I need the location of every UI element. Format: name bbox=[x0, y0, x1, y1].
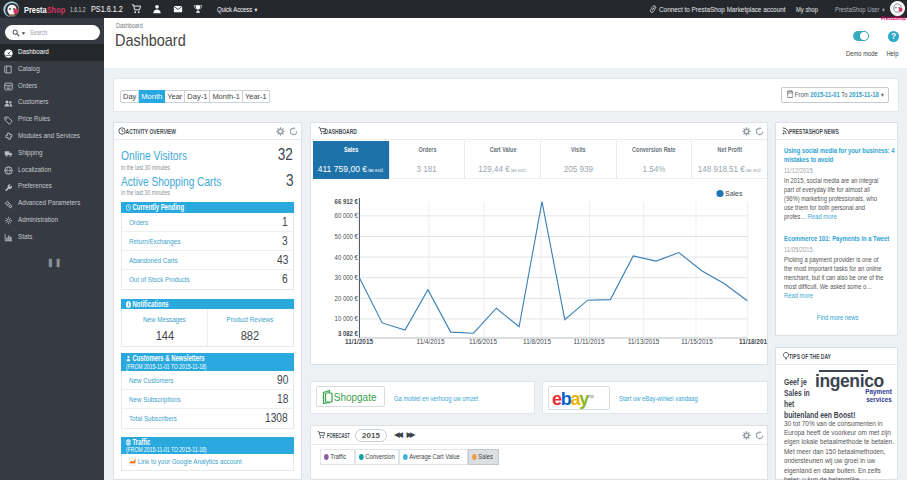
svg-text:11/8/2015: 11/8/2015 bbox=[523, 338, 551, 346]
svg-text:66 912 €: 66 912 € bbox=[335, 198, 359, 206]
svg-text:40 000 €: 40 000 € bbox=[335, 253, 359, 261]
svg-text:60 000 €: 60 000 € bbox=[335, 212, 359, 220]
svg-text:11/18/201: 11/18/201 bbox=[739, 338, 767, 346]
svg-text:3 082 €: 3 082 € bbox=[338, 329, 358, 337]
svg-text:11/11/2015: 11/11/2015 bbox=[574, 338, 605, 346]
svg-text:11/4/2015: 11/4/2015 bbox=[417, 338, 445, 346]
svg-text:11/6/2015: 11/6/2015 bbox=[469, 338, 497, 346]
svg-text:11/1/2015: 11/1/2015 bbox=[345, 338, 373, 346]
svg-text:10 000 €: 10 000 € bbox=[335, 315, 359, 323]
svg-text:Shopgate: Shopgate bbox=[333, 392, 376, 403]
svg-text:50 000 €: 50 000 € bbox=[335, 232, 359, 240]
svg-text:Sales: Sales bbox=[725, 190, 743, 197]
svg-text:30 000 €: 30 000 € bbox=[335, 274, 359, 282]
svg-text:20 000 €: 20 000 € bbox=[335, 294, 359, 302]
svg-text:11/13/2015: 11/13/2015 bbox=[628, 338, 660, 346]
svg-text:11/15/2015: 11/15/2015 bbox=[681, 338, 713, 346]
